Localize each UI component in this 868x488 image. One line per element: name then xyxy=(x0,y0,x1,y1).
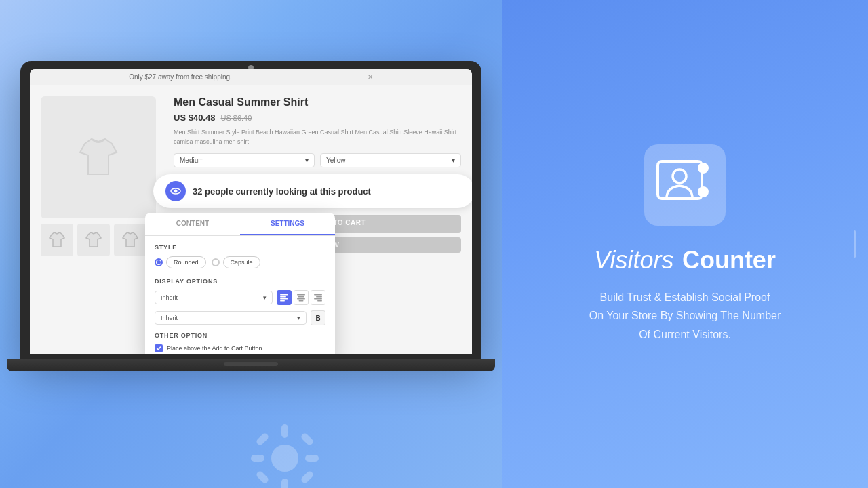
tab-settings[interactable]: SETTINGS xyxy=(240,213,335,235)
svg-rect-15 xyxy=(281,479,288,488)
font-family-row: Inherit ▾ xyxy=(155,290,326,305)
svg-rect-3 xyxy=(280,296,286,298)
radio-capsule[interactable]: Capsule xyxy=(212,256,260,268)
svg-point-1 xyxy=(174,190,178,193)
product-description: Men Shirt Summer Style Print Beach Hawai… xyxy=(174,128,461,146)
bold-button[interactable]: B xyxy=(311,310,326,325)
svg-rect-2 xyxy=(280,294,288,296)
other-option-label: OTHER OPTION xyxy=(155,332,326,339)
panel-tabs: CONTENT SETTINGS xyxy=(145,213,335,236)
font-size-row: Inherit ▾ B xyxy=(155,310,326,325)
laptop-screen-outer: Only $27 away from free shipping. ✕ xyxy=(20,61,481,359)
align-left-button[interactable] xyxy=(277,290,292,305)
tab-content[interactable]: CONTENT xyxy=(145,213,240,235)
svg-rect-13 xyxy=(317,300,322,302)
svg-rect-16 xyxy=(251,455,264,462)
svg-rect-6 xyxy=(297,294,305,296)
place-above-label: Place above the Add to Cart Button xyxy=(167,345,262,352)
other-option-section: OTHER OPTION Place above the Add to Cart… xyxy=(155,332,326,352)
svg-rect-17 xyxy=(305,455,319,462)
style-row: Rounded Capsule xyxy=(155,256,326,268)
svg-rect-22 xyxy=(658,161,702,199)
svg-rect-14 xyxy=(281,424,288,438)
left-panel: Only $27 away from free shipping. ✕ xyxy=(0,0,502,488)
main-product-image xyxy=(41,96,156,218)
title-visitors: Visitors xyxy=(594,246,673,274)
price-old: US $6.40 xyxy=(220,114,252,122)
color-select[interactable]: Yellow ▾ xyxy=(320,153,461,167)
svg-point-23 xyxy=(673,169,686,183)
selects-row: Medium ▾ Yellow ▾ xyxy=(174,153,461,167)
display-options-section: DISPLAY OPTIONS Inherit ▾ xyxy=(155,278,326,325)
laptop-base xyxy=(7,359,495,371)
close-icon: ✕ xyxy=(368,73,373,81)
font-family-select[interactable]: Inherit ▾ xyxy=(155,291,273,304)
svg-rect-18 xyxy=(255,432,269,446)
subtitle-line3: Of Current Visitors. xyxy=(639,329,731,340)
font-size-select[interactable]: Inherit ▾ xyxy=(155,311,307,325)
visitors-counter-icon xyxy=(654,155,715,216)
svg-rect-19 xyxy=(300,432,314,446)
visitor-counter-text: 32 people currently looking at this prod… xyxy=(193,186,371,197)
display-options-label: DISPLAY OPTIONS xyxy=(155,278,326,285)
price-main: US $40.48 xyxy=(174,113,215,123)
align-right-button[interactable] xyxy=(311,290,326,305)
svg-rect-9 xyxy=(299,300,304,302)
svg-rect-21 xyxy=(300,470,314,484)
product-price: US $40.48 US $6.40 xyxy=(174,113,461,123)
right-divider xyxy=(854,230,856,258)
app-icon-container xyxy=(644,144,726,226)
right-panel: Visitors Counter Build Trust & Establish… xyxy=(502,0,868,488)
svg-rect-5 xyxy=(280,300,285,302)
laptop-mockup: Only $27 away from free shipping. ✕ xyxy=(20,61,481,400)
shipping-banner: Only $27 away from free shipping. ✕ xyxy=(30,69,472,85)
checkbox-row: Place above the Add to Cart Button xyxy=(155,344,326,352)
title-counter: Counter xyxy=(682,246,776,274)
settings-panel: CONTENT SETTINGS STYLE Rounded xyxy=(145,213,335,354)
laptop-screen-bezel: Only $27 away from free shipping. ✕ xyxy=(30,69,472,354)
thumb-1[interactable] xyxy=(41,224,73,256)
website-content: Only $27 away from free shipping. ✕ xyxy=(30,69,472,354)
svg-rect-10 xyxy=(314,294,322,296)
product-title: Men Casual Summer Shirt xyxy=(174,96,461,108)
align-center-button[interactable] xyxy=(294,290,309,305)
svg-rect-4 xyxy=(280,298,288,300)
panel-body: STYLE Rounded Capsule xyxy=(145,236,335,354)
radio-capsule-dot xyxy=(212,258,220,266)
subtitle-line1: Build Trust & Establish Social Proof xyxy=(600,291,770,303)
svg-rect-12 xyxy=(314,298,322,300)
size-select[interactable]: Medium ▾ xyxy=(174,153,315,167)
capsule-label: Capsule xyxy=(223,256,260,268)
align-buttons xyxy=(277,290,326,305)
svg-rect-8 xyxy=(297,298,305,300)
subtitle: Build Trust & Establish Social Proof On … xyxy=(589,288,781,344)
product-image-area xyxy=(41,96,163,339)
thumb-2[interactable] xyxy=(77,224,110,256)
shipping-text: Only $27 away from free shipping. xyxy=(129,73,232,81)
title-area: Visitors Counter xyxy=(594,246,776,274)
svg-rect-20 xyxy=(255,470,269,484)
style-label: STYLE xyxy=(155,244,326,251)
eye-icon xyxy=(165,181,186,201)
radio-rounded-dot xyxy=(155,258,163,266)
place-above-checkbox[interactable] xyxy=(155,344,163,352)
subtitle-line2: On Your Store By Showing The Number xyxy=(589,310,781,321)
visitor-counter-badge: 32 people currently looking at this prod… xyxy=(153,174,472,208)
rounded-label: Rounded xyxy=(166,256,206,268)
thumb-3[interactable] xyxy=(114,224,146,256)
svg-rect-11 xyxy=(316,296,322,298)
gear-icon-decoration xyxy=(244,418,326,488)
svg-point-24 xyxy=(698,163,709,174)
svg-rect-7 xyxy=(298,296,304,298)
svg-point-25 xyxy=(698,186,709,197)
radio-rounded[interactable]: Rounded xyxy=(155,256,206,268)
thumbnail-row xyxy=(41,224,163,256)
